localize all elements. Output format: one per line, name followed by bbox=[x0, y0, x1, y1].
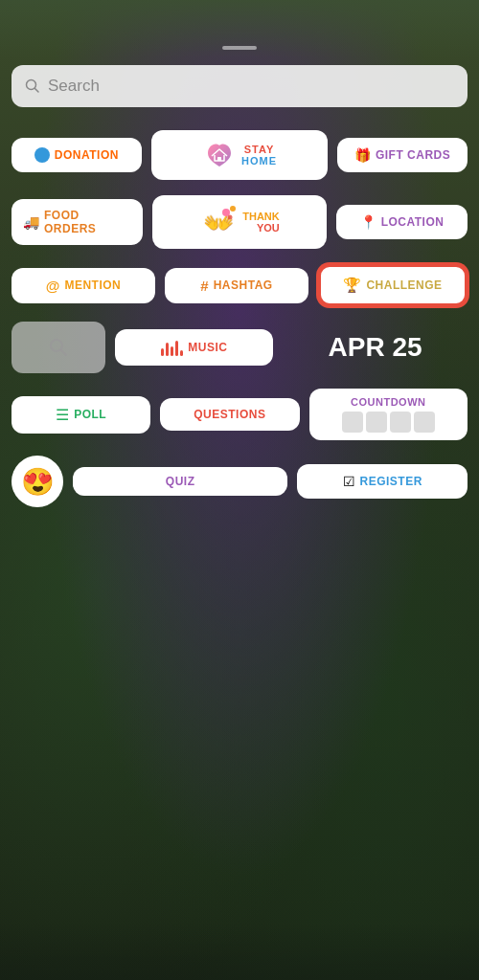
svg-point-7 bbox=[51, 340, 62, 351]
countdown-label: COUNTDOWN bbox=[351, 396, 425, 408]
sticker-row-6: 😍 QUIZ ☑ REGISTER bbox=[11, 456, 468, 507]
music-bars-icon bbox=[161, 339, 183, 356]
sticker-challenge[interactable]: 🏆 CHALLENGE bbox=[318, 264, 468, 306]
hashtag-label: HASHTAG bbox=[214, 278, 273, 292]
foodorders-label: FOOD ORDERS bbox=[44, 209, 131, 235]
emoji-icon: 😍 bbox=[21, 466, 55, 498]
sticker-music[interactable]: MUSIC bbox=[115, 329, 273, 366]
thankyou-bottom: YOU bbox=[257, 222, 280, 234]
svg-rect-2 bbox=[217, 157, 221, 161]
sticker-row-3: @ MENTION # HASHTAG 🏆 CHALLENGE bbox=[11, 264, 468, 306]
svg-line-1 bbox=[35, 89, 39, 93]
sticker-questions[interactable]: QUESTIONS bbox=[160, 398, 299, 431]
sticker-hashtag[interactable]: # HASHTAG bbox=[165, 268, 308, 303]
pin-icon: 📍 bbox=[360, 214, 376, 230]
thankyou-icon: 👐 bbox=[199, 205, 238, 239]
sticker-row-4: MUSIC APR 25 bbox=[11, 322, 468, 373]
trophy-icon: 🏆 bbox=[343, 277, 361, 294]
sticker-location[interactable]: 📍 LOCATION bbox=[336, 205, 468, 239]
bottom-fade bbox=[0, 923, 479, 980]
poll-label: POLL bbox=[74, 408, 106, 421]
at-icon: @ bbox=[46, 278, 60, 294]
svg-line-8 bbox=[61, 350, 66, 355]
svg-text:👐: 👐 bbox=[203, 208, 235, 238]
sticker-row-1: DONATION STAY HOME bbox=[11, 130, 468, 180]
svg-point-6 bbox=[228, 215, 233, 220]
gift-icon: 🎁 bbox=[354, 147, 371, 163]
register-label: REGISTER bbox=[360, 475, 422, 488]
countdown-box-4 bbox=[414, 412, 435, 433]
apr25-text: APR 25 bbox=[329, 332, 422, 363]
drag-handle bbox=[222, 46, 257, 50]
sticker-stayhome[interactable]: STAY HOME bbox=[151, 130, 328, 180]
top-bar bbox=[0, 0, 479, 57]
mention-label: MENTION bbox=[64, 278, 121, 292]
sticker-row-2: 🚚 FOOD ORDERS 👐 THANK YOU 📍 LOCATION bbox=[11, 195, 468, 249]
sticker-giftcards[interactable]: 🎁 GIFT CARDS bbox=[337, 138, 468, 172]
sticker-quiz[interactable]: QUIZ bbox=[73, 467, 287, 496]
hash-icon: # bbox=[200, 278, 208, 294]
quiz-label: QUIZ bbox=[166, 475, 195, 488]
register-icon: ☑ bbox=[343, 474, 355, 489]
countdown-box-2 bbox=[366, 412, 387, 433]
sticker-countdown[interactable]: COUNTDOWN bbox=[309, 389, 468, 440]
sticker-search-box[interactable] bbox=[11, 322, 105, 373]
countdown-boxes bbox=[342, 412, 435, 433]
sticker-apr25[interactable]: APR 25 bbox=[283, 323, 468, 372]
donation-icon bbox=[34, 147, 50, 163]
sticker-row-5: ☰ POLL QUESTIONS COUNTDOWN bbox=[11, 389, 468, 440]
location-label: LOCATION bbox=[381, 215, 445, 229]
challenge-label: CHALLENGE bbox=[366, 278, 442, 292]
sticker-poll[interactable]: ☰ POLL bbox=[11, 396, 150, 434]
search-bar[interactable]: Search bbox=[11, 65, 468, 107]
countdown-box-1 bbox=[342, 412, 363, 433]
search-placeholder: Search bbox=[48, 77, 100, 96]
countdown-box-3 bbox=[390, 412, 411, 433]
sticker-register[interactable]: ☑ REGISTER bbox=[297, 464, 468, 499]
sticker-emoji[interactable]: 😍 bbox=[11, 456, 63, 507]
sticker-foodorders[interactable]: 🚚 FOOD ORDERS bbox=[11, 199, 143, 245]
stickers-grid: DONATION STAY HOME bbox=[11, 130, 468, 507]
sticker-donation[interactable]: DONATION bbox=[11, 138, 142, 172]
music-label: MUSIC bbox=[188, 341, 227, 354]
giftcards-label: GIFT CARDS bbox=[376, 148, 450, 162]
stayhome-content: STAY HOME bbox=[241, 144, 277, 167]
small-search-icon bbox=[49, 338, 68, 357]
stayhome-bottom: HOME bbox=[241, 155, 277, 167]
truck-icon: 🚚 bbox=[23, 214, 39, 230]
stayhome-icon bbox=[202, 138, 237, 172]
questions-label: QUESTIONS bbox=[194, 408, 265, 421]
stayhome-top: STAY bbox=[244, 144, 275, 155]
donation-label: DONATION bbox=[55, 148, 119, 162]
thankyou-content: THANK YOU bbox=[242, 211, 280, 234]
svg-point-5 bbox=[230, 206, 236, 212]
poll-icon: ☰ bbox=[56, 406, 69, 424]
thankyou-top: THANK bbox=[242, 211, 280, 222]
sticker-mention[interactable]: @ MENTION bbox=[11, 268, 155, 303]
search-icon bbox=[25, 78, 40, 94]
sticker-thankyou[interactable]: 👐 THANK YOU bbox=[152, 195, 327, 249]
svg-point-4 bbox=[222, 209, 230, 216]
